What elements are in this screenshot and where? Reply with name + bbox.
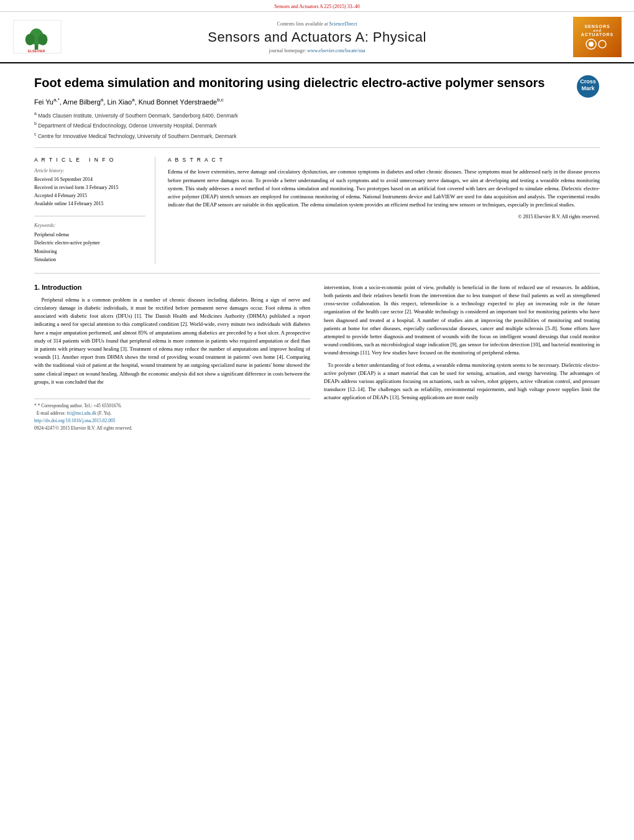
affil-b: b Department of Medical Endocrinology, O… [34, 121, 567, 130]
sciencedirect-link[interactable]: ScienceDirect [329, 21, 357, 27]
top-citation-bar: Sensors and Actuators A 225 (2015) 33–40 [0, 0, 634, 11]
section-1-title: 1. Introduction [34, 284, 310, 291]
intro-left-text: Peripheral edema is a common problem in … [34, 296, 310, 386]
history-online: Available online 14 February 2015 [34, 200, 145, 208]
crossmark-logo: Cross Mark [576, 75, 600, 98]
elsevier-logo: ELSEVIER [12, 18, 65, 57]
journal-center: Contents lists available at ScienceDirec… [65, 21, 569, 53]
body-two-col: 1. Introduction Peripheral edema is a co… [34, 284, 600, 433]
footnote-email: E-mail address: fei@mci.sdu.dk (F. Yu). [34, 410, 310, 416]
svg-point-7 [589, 42, 594, 47]
svg-text:ELSEVIER: ELSEVIER [28, 49, 45, 53]
intro-right-text: intervention, from a socio-economic poin… [324, 284, 600, 402]
article-title: Foot edema simulation and monitoring usi… [34, 75, 567, 91]
footnote-doi: http://dx.doi.org/10.1016/j.sna.2015.02.… [34, 418, 310, 423]
author-fei-yu: Fei Yu [34, 98, 53, 106]
copyright-line: © 2015 Elsevier B.V. All rights reserved… [168, 214, 600, 219]
homepage-line: journal homepage: www.elsevier.com/locat… [65, 48, 569, 53]
footnote-email-link[interactable]: fei@mci.sdu.dk [67, 410, 97, 416]
svg-text:Mark: Mark [581, 85, 595, 91]
svg-point-4 [38, 34, 47, 45]
article-info-col: A R T I C L E I N F O Article history: R… [34, 157, 155, 264]
page-wrapper: Sensors and Actuators A 225 (2015) 33–40… [0, 0, 634, 840]
keyword-simulation: Simulation [34, 256, 145, 264]
affiliations: a Mads Clausen Institute, University of … [34, 111, 567, 141]
contents-line: Contents lists available at ScienceDirec… [65, 21, 569, 27]
footnote-area: * * Corresponding author. Tel.: +45 6550… [34, 399, 310, 431]
authors: Fei Yua,*, Arne Bilberga, Lin Xiaoa, Knu… [34, 97, 567, 106]
journal-logo-right: SENSORS and ACTUATORS [569, 17, 622, 57]
body-col-left: 1. Introduction Peripheral edema is a co… [34, 284, 310, 433]
footnote-corresponding: * * Corresponding author. Tel.: +45 6550… [34, 403, 310, 408]
citation-text: Sensors and Actuators A 225 (2015) 33–40 [274, 4, 359, 9]
svg-text:Cross: Cross [580, 78, 596, 85]
abstract-text: Edema of the lower extremities, nerve da… [168, 168, 600, 209]
history-revised: Received in revised form 3 February 2015 [34, 184, 145, 192]
author-arne-bilberg: Arne Bilberg [63, 98, 101, 106]
affil-c: c Centre for Innovative Medical Technolo… [34, 131, 567, 141]
journal-title: Sensors and Actuators A: Physical [65, 29, 569, 45]
abstract-col: A B S T R A C T Edema of the lower extre… [168, 157, 600, 264]
keywords-section: Keywords: Peripheral edema Dielectric el… [34, 223, 145, 264]
author-knud-bonnet: Knud Bonnet Yderstraede [139, 98, 217, 106]
history-accepted: Accepted 4 February 2015 [34, 192, 145, 200]
svg-point-8 [599, 40, 606, 48]
article-info-abstract: A R T I C L E I N F O Article history: R… [34, 157, 600, 274]
article-info-header: A R T I C L E I N F O [34, 157, 145, 163]
body-col-right: intervention, from a socio-economic poin… [324, 284, 600, 433]
abstract-header: A B S T R A C T [168, 157, 600, 163]
doi-link[interactable]: http://dx.doi.org/10.1016/j.sna.2015.02.… [34, 418, 116, 423]
keyword-monitoring: Monitoring [34, 247, 145, 256]
info-divider [34, 216, 145, 216]
homepage-url[interactable]: www.elsevier.com/locate/sna [307, 48, 365, 53]
history-title: Article history: [34, 168, 145, 173]
journal-header: ELSEVIER Contents lists available at Sci… [0, 11, 634, 63]
article-content: Foot edema simulation and monitoring usi… [0, 63, 634, 444]
svg-point-3 [25, 34, 35, 45]
keywords-title: Keywords: [34, 223, 145, 228]
affil-a: a Mads Clausen Institute, University of … [34, 111, 567, 120]
article-title-section: Foot edema simulation and monitoring usi… [34, 75, 600, 148]
footnote-issn: 0924-4247/© 2015 Elsevier B.V. All right… [34, 425, 310, 431]
sensors-actuators-logo: SENSORS and ACTUATORS [573, 17, 622, 57]
author-lin-xiao: Lin Xiao [107, 98, 132, 106]
keyword-peripheral-edema: Peripheral edema [34, 231, 145, 239]
keyword-deap: Dielectric electro-active polymer [34, 239, 145, 247]
history-received: Received 16 September 2014 [34, 176, 145, 184]
article-history: Article history: Received 16 September 2… [34, 168, 145, 208]
article-title-text: Foot edema simulation and monitoring usi… [34, 75, 567, 141]
